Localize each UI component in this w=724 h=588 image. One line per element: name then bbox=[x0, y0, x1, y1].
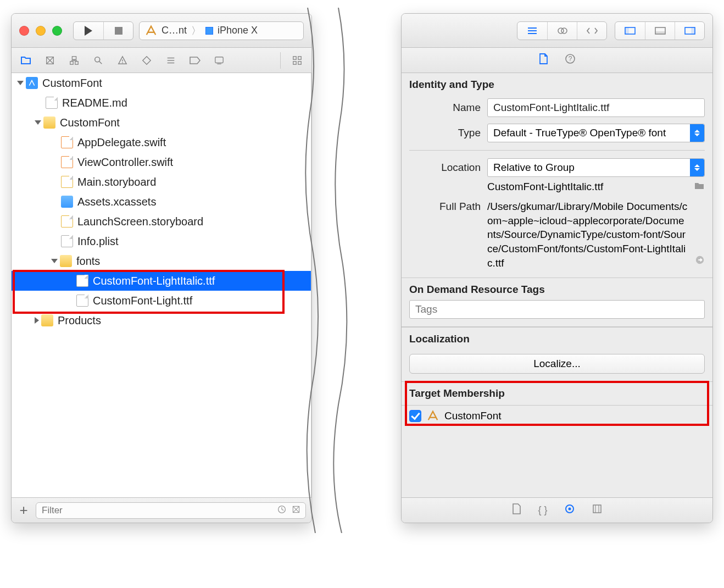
tags-input[interactable] bbox=[409, 300, 705, 319]
report-navigator-tab[interactable] bbox=[208, 49, 230, 71]
add-button[interactable]: + bbox=[17, 502, 30, 519]
file-name: ViewController.swift bbox=[77, 156, 173, 169]
tree-row[interactable]: AppDelegate.swift bbox=[12, 132, 311, 152]
swift-file-icon bbox=[61, 156, 73, 168]
plist-icon bbox=[61, 235, 73, 247]
folder-name: Products bbox=[58, 314, 101, 327]
tree-row[interactable]: Main.storyboard bbox=[12, 172, 311, 192]
titlebar-right bbox=[402, 14, 712, 48]
swift-file-icon bbox=[61, 136, 73, 148]
stop-button[interactable] bbox=[103, 22, 133, 40]
tree-row[interactable]: CustomFont bbox=[12, 113, 311, 132]
reveal-arrow-icon[interactable] bbox=[695, 255, 705, 268]
tree-row[interactable]: README.md bbox=[12, 93, 311, 113]
folder-icon bbox=[60, 255, 72, 267]
test-navigator-tab[interactable] bbox=[136, 49, 158, 71]
run-button[interactable] bbox=[74, 22, 103, 40]
file-name: CustomFont-LightItalic.ttf bbox=[93, 275, 215, 287]
folder-icon bbox=[41, 314, 53, 326]
svg-rect-5 bbox=[70, 61, 73, 64]
folder-icon bbox=[43, 117, 55, 129]
standard-editor-button[interactable] bbox=[517, 22, 547, 40]
tree-row[interactable]: Info.plist bbox=[12, 231, 311, 251]
target-checkbox[interactable] bbox=[409, 410, 421, 422]
project-navigator-panel: C…nt 〉 iPhone X CustomFont README.md bbox=[11, 13, 312, 523]
file-inspector-tab[interactable] bbox=[538, 53, 548, 68]
disclosure-icon[interactable] bbox=[17, 81, 24, 85]
tree-row[interactable]: CustomFont-Light.ttf bbox=[12, 291, 311, 310]
version-editor-button[interactable] bbox=[577, 22, 606, 40]
localize-button[interactable]: Localize... bbox=[409, 354, 705, 374]
font-file-icon bbox=[76, 275, 88, 287]
svg-rect-40 bbox=[692, 27, 695, 34]
device-name: iPhone X bbox=[218, 25, 258, 36]
titlebar: C…nt 〉 iPhone X bbox=[12, 14, 311, 48]
toggle-debug-button[interactable] bbox=[645, 22, 675, 40]
tree-row-selected[interactable]: CustomFont-LightItalic.ttf bbox=[12, 271, 311, 291]
svg-rect-23 bbox=[298, 61, 301, 64]
object-library-tab[interactable] bbox=[564, 503, 575, 517]
disclosure-icon[interactable] bbox=[35, 317, 39, 324]
play-icon bbox=[85, 26, 92, 36]
file-inspector-panel: ? Identity and Type Name Type Default - … bbox=[401, 13, 713, 523]
target-name: CustomFont bbox=[444, 410, 501, 422]
symbol-navigator-tab[interactable] bbox=[63, 49, 85, 71]
tree-row[interactable]: Assets.xcassets bbox=[12, 192, 311, 212]
debug-navigator-tab[interactable] bbox=[160, 49, 182, 71]
font-file-icon bbox=[76, 295, 88, 307]
media-library-tab[interactable] bbox=[592, 503, 603, 517]
tree-row[interactable]: fonts bbox=[12, 251, 311, 271]
folder-name: CustomFont bbox=[60, 117, 120, 129]
source-control-tab[interactable] bbox=[39, 49, 61, 71]
file-icon bbox=[46, 97, 58, 109]
svg-rect-6 bbox=[75, 61, 78, 64]
editor-mode-group bbox=[517, 21, 607, 40]
toggle-navigator-button[interactable] bbox=[615, 22, 645, 40]
project-navigator-tab[interactable] bbox=[15, 49, 37, 71]
toggle-inspector-button[interactable] bbox=[675, 22, 704, 40]
tree-project-row[interactable]: CustomFont bbox=[12, 73, 311, 93]
breakpoint-navigator-tab[interactable] bbox=[184, 49, 206, 71]
tree-row[interactable]: ViewController.swift bbox=[12, 152, 311, 172]
disclosure-icon[interactable] bbox=[35, 120, 41, 125]
type-select[interactable]: Default - TrueType® OpenType® font bbox=[487, 124, 705, 142]
tree-row[interactable]: Products bbox=[12, 310, 311, 330]
app-icon bbox=[145, 25, 157, 37]
torn-edge-left bbox=[302, 8, 324, 533]
panel-visibility-group bbox=[615, 21, 705, 40]
disclosure-icon[interactable] bbox=[51, 259, 58, 263]
assistant-editor-button[interactable] bbox=[547, 22, 577, 40]
location-select[interactable]: Relative to Group bbox=[487, 158, 705, 177]
chevron-right-icon: 〉 bbox=[191, 24, 201, 37]
target-membership-row[interactable]: CustomFont bbox=[402, 407, 712, 425]
quick-help-tab[interactable]: ? bbox=[565, 53, 576, 67]
name-input[interactable] bbox=[487, 98, 705, 117]
window-traffic-lights bbox=[19, 26, 62, 36]
find-navigator-tab[interactable] bbox=[87, 49, 109, 71]
identity-section-header: Identity and Type bbox=[402, 73, 712, 95]
choose-folder-icon[interactable] bbox=[694, 180, 705, 193]
svg-rect-18 bbox=[215, 57, 223, 63]
scheme-breadcrumb[interactable]: C…nt 〉 iPhone X bbox=[139, 21, 304, 40]
issue-navigator-tab[interactable] bbox=[112, 49, 133, 71]
recent-filter-icon[interactable] bbox=[277, 504, 286, 517]
localization-section-header: Localization bbox=[402, 328, 712, 350]
type-value: Default - TrueType® OpenType® font bbox=[493, 127, 666, 139]
inspector-body: Identity and Type Name Type Default - Tr… bbox=[402, 73, 712, 497]
file-name: Info.plist bbox=[77, 235, 118, 248]
minimize-window-button[interactable] bbox=[36, 26, 46, 36]
scm-filter-icon[interactable] bbox=[292, 504, 300, 517]
scheme-name: C…nt bbox=[161, 25, 187, 36]
file-name: Assets.xcassets bbox=[77, 196, 156, 208]
svg-point-46 bbox=[568, 508, 571, 511]
filter-input[interactable] bbox=[36, 502, 306, 519]
code-snippet-library-tab[interactable]: { } bbox=[538, 504, 547, 516]
storyboard-icon bbox=[61, 176, 73, 188]
svg-rect-47 bbox=[593, 505, 601, 513]
svg-rect-22 bbox=[293, 61, 296, 64]
close-window-button[interactable] bbox=[19, 26, 29, 36]
file-template-library-tab[interactable] bbox=[511, 503, 521, 518]
zoom-window-button[interactable] bbox=[52, 26, 62, 36]
tree-row[interactable]: LaunchScreen.storyboard bbox=[12, 212, 311, 231]
project-name: CustomFont bbox=[42, 77, 102, 90]
